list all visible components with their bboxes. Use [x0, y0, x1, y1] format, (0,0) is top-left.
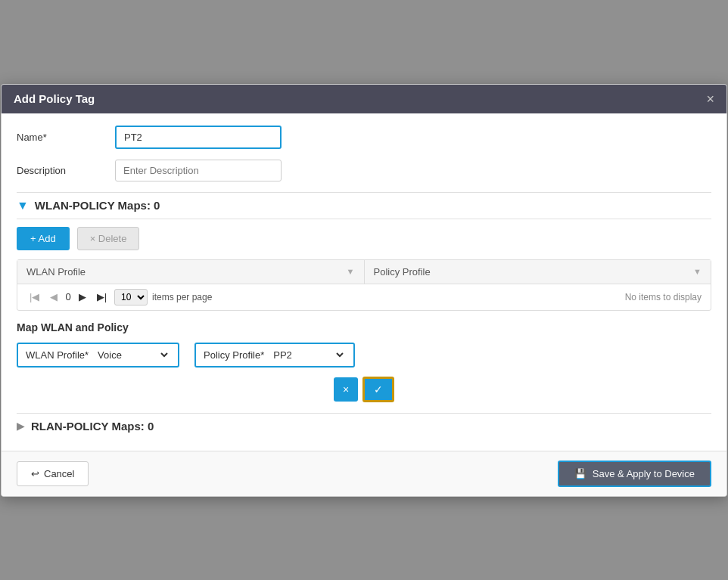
cancel-action-button[interactable]: ×: [334, 377, 358, 402]
name-label: Name*: [17, 132, 115, 143]
policy-profile-field: Policy Profile* PP2: [194, 343, 355, 368]
save-icon: 💾: [574, 468, 586, 479]
policy-profile-select[interactable]: PP2: [270, 349, 346, 361]
modal-container: Add Policy Tag × Name* Description ▼ WLA…: [1, 84, 727, 497]
description-input[interactable]: [115, 160, 282, 181]
description-label: Description: [17, 165, 115, 176]
modal-footer: ↩ Cancel 💾 Save & Apply to Device: [2, 451, 726, 496]
last-page-button[interactable]: ▶|: [94, 290, 110, 304]
toolbar: + Add × Delete: [17, 227, 711, 250]
wlan-profile-col-header: WLAN Profile ▼: [17, 260, 365, 284]
map-section: Map WLAN and Policy WLAN Profile* Voice …: [17, 321, 711, 402]
close-button[interactable]: ×: [706, 92, 714, 106]
modal-body: Name* Description ▼ WLAN-POLICY Maps: 0 …: [2, 113, 726, 451]
wlan-profile-field: WLAN Profile* Voice: [17, 343, 179, 368]
current-page: 0: [65, 291, 70, 302]
modal-overlay: Add Policy Tag × Name* Description ▼ WLA…: [0, 0, 728, 580]
rlan-chevron-icon[interactable]: ▶: [17, 420, 25, 432]
policy-profile-col-header: Policy Profile ▼: [365, 260, 711, 284]
sort-icon-wlan: ▼: [347, 267, 355, 276]
wlan-profile-select[interactable]: Voice: [95, 349, 170, 361]
description-row: Description: [17, 160, 711, 181]
cancel-button[interactable]: ↩ Cancel: [17, 461, 89, 486]
pagination-controls: |◀ ◀ 0 ▶ ▶| 10 20 50 items per page: [26, 289, 212, 306]
wlan-chevron-icon[interactable]: ▼: [17, 199, 29, 212]
map-fields-row: WLAN Profile* Voice Policy Profile* PP2: [17, 343, 711, 368]
rlan-policy-section-header: ▶ RLAN-POLICY Maps: 0: [17, 413, 711, 439]
next-page-button[interactable]: ▶: [76, 290, 89, 304]
name-input[interactable]: [115, 126, 282, 149]
wlan-policy-section-header: ▼ WLAN-POLICY Maps: 0: [17, 192, 711, 219]
no-items-text: No items to display: [625, 292, 702, 302]
prev-page-button[interactable]: ◀: [47, 290, 61, 304]
wlan-policy-table: WLAN Profile ▼ Policy Profile ▼ |◀ ◀ 0 ▶…: [17, 259, 711, 311]
per-page-select[interactable]: 10 20 50: [114, 289, 148, 306]
pagination-row: |◀ ◀ 0 ▶ ▶| 10 20 50 items per page No i…: [17, 284, 711, 310]
modal-title: Add Policy Tag: [14, 92, 95, 105]
action-row: × ✓: [17, 377, 711, 402]
modal-header: Add Policy Tag ×: [2, 85, 726, 113]
items-per-page-label: items per page: [152, 292, 212, 302]
save-label: Save & Apply to Device: [593, 468, 695, 479]
rlan-section-title: RLAN-POLICY Maps: 0: [31, 420, 154, 433]
wlan-section-title: WLAN-POLICY Maps: 0: [35, 199, 160, 212]
add-button[interactable]: + Add: [17, 227, 70, 250]
table-header: WLAN Profile ▼ Policy Profile ▼: [17, 260, 711, 284]
cancel-label: Cancel: [44, 468, 74, 479]
map-section-title: Map WLAN and Policy: [17, 321, 711, 333]
first-page-button[interactable]: |◀: [26, 290, 42, 304]
confirm-action-button[interactable]: ✓: [362, 377, 394, 402]
wlan-profile-label: WLAN Profile*: [26, 349, 89, 361]
sort-icon-policy: ▼: [693, 267, 702, 276]
cancel-icon: ↩: [31, 468, 39, 479]
policy-profile-label: Policy Profile*: [204, 349, 264, 361]
save-apply-button[interactable]: 💾 Save & Apply to Device: [558, 461, 711, 487]
delete-button[interactable]: × Delete: [77, 227, 140, 250]
name-row: Name*: [17, 126, 711, 149]
